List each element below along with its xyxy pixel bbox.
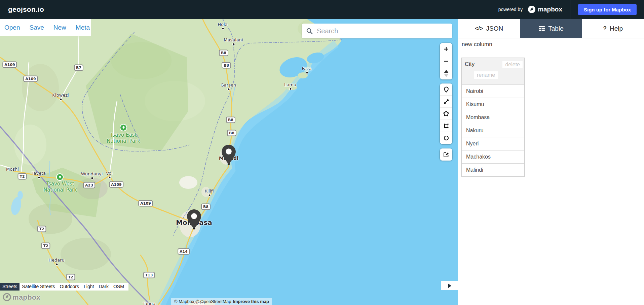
- new-column-button[interactable]: new column: [462, 41, 492, 48]
- search-box: [302, 24, 452, 38]
- table-row[interactable]: Kisumu: [462, 98, 524, 111]
- map-place-dot: [38, 177, 40, 178]
- side-panel: </>JSONTable?Help new column City delete…: [458, 19, 644, 305]
- zoom-in-button[interactable]: [440, 43, 452, 55]
- panel-tab-bar: </>JSONTable?Help: [458, 19, 644, 38]
- mapbox-brand-word: mapbox: [538, 6, 562, 13]
- map-place-label: Kibwezi: [52, 93, 69, 98]
- app-header: geojson.io powered by mapbox Sign up for…: [0, 0, 644, 19]
- basemap-option-streets[interactable]: Streets: [0, 283, 20, 291]
- draw-line-button[interactable]: [440, 96, 452, 108]
- draw-rectangle-button[interactable]: [440, 120, 452, 132]
- right-arrow-icon: [448, 283, 451, 288]
- map-attribution: © Mapbox © OpenStreetMap Improve this ma…: [171, 298, 272, 305]
- road-shield: A109: [109, 181, 123, 188]
- road-shield: T2: [17, 173, 27, 180]
- menu-item-open[interactable]: Open: [4, 24, 20, 31]
- menu-item-meta[interactable]: Meta: [76, 24, 90, 31]
- zoom-out-button[interactable]: [440, 55, 452, 67]
- map-place-label: Hola: [218, 22, 227, 27]
- table-row[interactable]: Nyeri: [462, 137, 524, 150]
- tab-json[interactable]: </>JSON: [458, 19, 520, 38]
- road-shield: B8: [227, 130, 236, 136]
- map-place-dot: [60, 99, 62, 100]
- compass-south-icon: [444, 74, 449, 77]
- road-shield: A109: [23, 76, 38, 82]
- compass-button[interactable]: [440, 67, 452, 79]
- draw-circle-button[interactable]: [440, 132, 452, 144]
- basemap-option-outdoors[interactable]: Outdoors: [57, 283, 81, 291]
- map-place-dot: [91, 177, 93, 179]
- map-place-label: Kilifi: [204, 189, 214, 194]
- table-row[interactable]: Malindi: [462, 163, 524, 176]
- tab-table[interactable]: Table: [520, 19, 582, 38]
- map-place-label: Masalani: [224, 37, 243, 42]
- table-row[interactable]: Nairobi: [462, 84, 524, 98]
- park-tree-icon: [120, 124, 127, 131]
- tab-help[interactable]: ?Help: [582, 19, 644, 38]
- table-body: NairobiKisumuMombasaNakuruNyeriMachakosM…: [462, 84, 524, 176]
- edit-features-button[interactable]: [440, 148, 452, 161]
- app-logo: geojson.io: [8, 0, 44, 19]
- map-place-label: Tanga: [143, 301, 155, 305]
- map-place-label: Faza: [302, 66, 311, 71]
- mapbox-logo[interactable]: mapbox: [3, 293, 41, 301]
- draw-polygon-button[interactable]: [440, 108, 452, 120]
- delete-column-button[interactable]: delete: [502, 61, 523, 68]
- road-shield: T13: [143, 272, 155, 278]
- map-place-label: Moshi: [6, 167, 19, 172]
- map-place-dot: [306, 72, 308, 74]
- map-place-dot: [222, 28, 224, 30]
- search-input[interactable]: [316, 27, 448, 35]
- signup-mapbox-button[interactable]: Sign up for Mapbox: [578, 4, 637, 15]
- basemap-option-satellite-streets[interactable]: Satellite Streets: [20, 283, 57, 291]
- road-shield: A109: [2, 62, 17, 68]
- road-shield: B8: [219, 50, 228, 56]
- map-canvas[interactable]: HolaMasalaniGarsenFazaLamuKibweziMoshiTa…: [0, 0, 458, 305]
- table-row[interactable]: Nakuru: [462, 124, 524, 137]
- tab-label: JSON: [486, 25, 503, 32]
- menu-item-save[interactable]: Save: [29, 24, 44, 31]
- table-row[interactable]: Mombasa: [462, 111, 524, 124]
- tab-label: Table: [548, 25, 563, 32]
- road-shield: T2: [37, 226, 46, 232]
- basemap-option-light[interactable]: Light: [81, 283, 96, 291]
- map-place-dot: [56, 264, 58, 265]
- map-place-label: Wundanyi: [81, 171, 103, 176]
- attribution-mapbox-link[interactable]: © Mapbox: [174, 299, 194, 304]
- mapbox-brand-icon: [528, 5, 536, 13]
- mapbox-logo-icon: [3, 293, 11, 301]
- map-place-label: Taveta: [32, 171, 46, 176]
- road-shield: B8: [201, 204, 211, 210]
- zoom-control-group: [440, 43, 452, 79]
- attribution-osm-link[interactable]: © OpenStreetMap: [196, 299, 231, 304]
- mapbox-brand: mapbox: [528, 5, 562, 13]
- basemap-option-osm[interactable]: OSM: [111, 283, 126, 291]
- draw-marker-button[interactable]: [440, 83, 452, 96]
- improve-map-link[interactable]: Improve this map: [233, 299, 269, 304]
- json-tab-icon: </>: [475, 25, 483, 32]
- map-marker-malindi[interactable]: [221, 145, 236, 164]
- polygon-icon: [443, 111, 449, 116]
- draw-tools-group: [440, 83, 452, 144]
- table-tab-icon: [538, 26, 545, 31]
- map-place-label: Hedaru: [48, 258, 65, 263]
- search-icon: [306, 28, 313, 34]
- marker-icon: [443, 87, 449, 93]
- rename-column-button[interactable]: rename: [474, 71, 498, 79]
- tab-label: Help: [610, 25, 623, 32]
- map-place-label: Garsen: [221, 82, 236, 88]
- menu-item-new[interactable]: New: [53, 24, 66, 31]
- line-icon: [444, 99, 449, 104]
- park-tree-icon: [56, 173, 64, 181]
- park-label: Tsavo EastNational Park: [107, 132, 140, 144]
- properties-table: City delete rename NairobiKisumuMombasaN…: [461, 58, 525, 177]
- table-row[interactable]: Machakos: [462, 150, 524, 163]
- road-shield: A23: [83, 182, 95, 189]
- map-marker-mombasa[interactable]: [186, 209, 202, 229]
- geojson-io-app: HolaMasalaniGarsenFazaLamuKibweziMoshiTa…: [0, 0, 644, 305]
- edit-tool-group: [440, 148, 452, 161]
- attribution-expand-toggle[interactable]: [441, 281, 458, 290]
- basemap-option-dark[interactable]: Dark: [96, 283, 111, 291]
- map-place-dot: [233, 43, 235, 45]
